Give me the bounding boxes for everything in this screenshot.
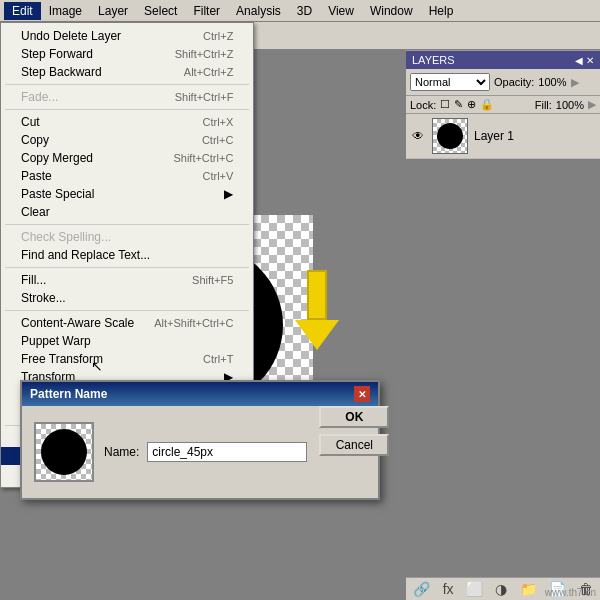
menu-puppet-warp[interactable]: Puppet Warp <box>1 332 253 350</box>
cas-label: Content-Aware Scale <box>21 316 134 330</box>
menu-content-aware-scale[interactable]: Content-Aware Scale Alt+Shift+Ctrl+C <box>1 314 253 332</box>
sep-3 <box>5 224 249 225</box>
puppet-warp-label: Puppet Warp <box>21 334 91 348</box>
dialog-close-button[interactable]: ✕ <box>354 386 370 402</box>
menu-free-transform[interactable]: Free Transform Ctrl+T <box>1 350 253 368</box>
layer-visibility-eye[interactable]: 👁 <box>410 128 426 144</box>
folder-icon[interactable]: 📁 <box>520 581 537 597</box>
lock-label: Lock: <box>410 99 436 111</box>
name-input[interactable] <box>147 442 307 462</box>
arrow-head <box>295 320 339 350</box>
lock-icon-4[interactable]: 🔒 <box>480 98 494 111</box>
menu-check-spelling[interactable]: Check Spelling... <box>1 228 253 246</box>
fill-shortcut: Shift+F5 <box>192 274 233 286</box>
menu-image[interactable]: Image <box>41 2 90 20</box>
layer-thumb-circle <box>437 123 463 149</box>
mask-icon[interactable]: ⬜ <box>466 581 483 597</box>
menu-stroke[interactable]: Stroke... <box>1 289 253 307</box>
cut-label: Cut <box>21 115 40 129</box>
menu-fill[interactable]: Fill... Shift+F5 <box>1 271 253 289</box>
menu-analysis[interactable]: Analysis <box>228 2 289 20</box>
menu-fade[interactable]: Fade... Shift+Ctrl+F <box>1 88 253 106</box>
menu-paste-special[interactable]: Paste Special ▶ <box>1 185 253 203</box>
menu-3d[interactable]: 3D <box>289 2 320 20</box>
menu-find-replace[interactable]: Find and Replace Text... <box>1 246 253 264</box>
dialog-buttons: OK Cancel <box>319 406 401 498</box>
menu-view[interactable]: View <box>320 2 362 20</box>
copy-label: Copy <box>21 133 49 147</box>
fill-label: Fill... <box>21 273 46 287</box>
menu-window[interactable]: Window <box>362 2 421 20</box>
layers-panel-controls: ◀ ✕ <box>575 55 594 66</box>
layer-thumbnail <box>432 118 468 154</box>
cut-shortcut: Ctrl+X <box>202 116 233 128</box>
link-icon[interactable]: 🔗 <box>413 581 430 597</box>
check-spelling-label: Check Spelling... <box>21 230 111 244</box>
menu-step-forward[interactable]: Step Forward Shift+Ctrl+Z <box>1 45 253 63</box>
menu-copy[interactable]: Copy Ctrl+C <box>1 131 253 149</box>
copy-merged-shortcut: Shift+Ctrl+C <box>173 152 233 164</box>
name-label: Name: <box>104 445 139 459</box>
layers-lock-row: Lock: ☐ ✎ ⊕ 🔒 Fill: 100% ▶ <box>406 96 600 114</box>
yellow-arrow <box>295 270 339 350</box>
fade-shortcut: Shift+Ctrl+F <box>175 91 234 103</box>
menu-step-backward[interactable]: Step Backward Alt+Ctrl+Z <box>1 63 253 81</box>
pattern-name-dialog: Pattern Name ✕ Name: OK Cancel <box>20 380 380 500</box>
menu-cut[interactable]: Cut Ctrl+X <box>1 113 253 131</box>
fill-label: Fill: <box>535 99 552 111</box>
paste-label: Paste <box>21 169 52 183</box>
sep-5 <box>5 310 249 311</box>
menu-undo-delete-layer[interactable]: Undo Delete Layer Ctrl+Z <box>1 27 253 45</box>
sep-2 <box>5 109 249 110</box>
blend-mode-select[interactable]: Normal <box>410 73 490 91</box>
sep-1 <box>5 84 249 85</box>
layers-title-bar: LAYERS ◀ ✕ <box>406 51 600 69</box>
dialog-preview <box>34 422 94 482</box>
free-transform-shortcut: Ctrl+T <box>203 353 233 365</box>
pattern-name-dialog-backdrop: Pattern Name ✕ Name: OK Cancel <box>20 380 380 500</box>
undo-label: Undo Delete Layer <box>21 29 121 43</box>
menu-copy-merged[interactable]: Copy Merged Shift+Ctrl+C <box>1 149 253 167</box>
step-backward-label: Step Backward <box>21 65 102 79</box>
menu-clear[interactable]: Clear <box>1 203 253 221</box>
menu-paste[interactable]: Paste Ctrl+V <box>1 167 253 185</box>
adjustment-icon[interactable]: ◑ <box>495 581 507 597</box>
cursor-arrow: ↖ <box>91 358 103 492</box>
name-field-row: Name: <box>104 442 307 462</box>
menu-filter[interactable]: Filter <box>185 2 228 20</box>
dialog-body: Name: <box>22 406 319 498</box>
menu-help[interactable]: Help <box>421 2 462 20</box>
layers-title: LAYERS <box>412 54 455 66</box>
opacity-arrow[interactable]: ▶ <box>571 76 579 89</box>
dialog-preview-circle <box>41 429 87 475</box>
layers-empty-area <box>406 159 600 577</box>
cancel-button[interactable]: Cancel <box>319 434 389 456</box>
step-backward-shortcut: Alt+Ctrl+Z <box>184 66 234 78</box>
opacity-value: 100% <box>538 76 566 88</box>
fade-label: Fade... <box>21 90 58 104</box>
step-forward-label: Step Forward <box>21 47 93 61</box>
paste-special-label: Paste Special <box>21 187 94 201</box>
layer-item[interactable]: 👁 Layer 1 <box>406 114 600 159</box>
arrow-shaft <box>307 270 327 320</box>
opacity-label: Opacity: <box>494 76 534 88</box>
find-replace-label: Find and Replace Text... <box>21 248 150 262</box>
undo-shortcut: Ctrl+Z <box>203 30 233 42</box>
step-forward-shortcut: Shift+Ctrl+Z <box>175 48 234 60</box>
lock-icon-3[interactable]: ⊕ <box>467 98 476 111</box>
menu-edit[interactable]: Edit <box>4 2 41 20</box>
menu-layer[interactable]: Layer <box>90 2 136 20</box>
menu-select[interactable]: Select <box>136 2 185 20</box>
stroke-label: Stroke... <box>21 291 66 305</box>
lock-icon-2[interactable]: ✎ <box>454 98 463 111</box>
layers-panel: LAYERS ◀ ✕ Normal Opacity: 100% ▶ Lock: … <box>405 50 600 600</box>
menu-bar: Edit Image Layer Select Filter Analysis … <box>0 0 600 22</box>
lock-icon-1[interactable]: ☐ <box>440 98 450 111</box>
cas-shortcut: Alt+Shift+Ctrl+C <box>154 317 233 329</box>
watermark: www.th7.cn <box>545 587 596 598</box>
layer-name: Layer 1 <box>474 129 514 143</box>
fill-arrow[interactable]: ▶ <box>588 98 596 111</box>
sep-4 <box>5 267 249 268</box>
fx-icon[interactable]: fx <box>443 581 454 597</box>
ok-button[interactable]: OK <box>319 406 389 428</box>
